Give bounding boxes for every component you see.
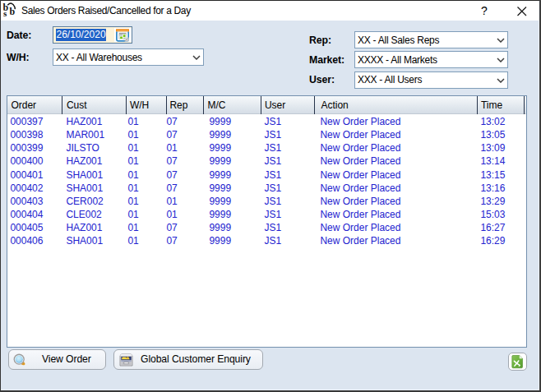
svg-text:s: s [3, 8, 7, 18]
